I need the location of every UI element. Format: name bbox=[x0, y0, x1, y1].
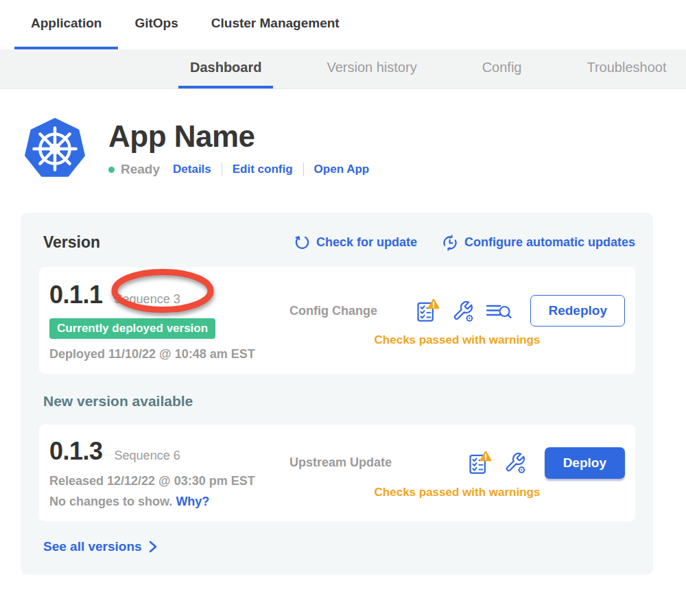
configure-automatic-updates-link[interactable]: Configure automatic updates bbox=[442, 235, 635, 251]
tab-config-label: Config bbox=[482, 60, 522, 75]
version-card: Version Check for update Configure autom… bbox=[21, 213, 653, 575]
available-version-sequence: Sequence 6 bbox=[115, 449, 180, 463]
tab-cluster-management[interactable]: Cluster Management bbox=[195, 0, 356, 49]
tab-gitops[interactable]: GitOps bbox=[118, 0, 194, 49]
separator bbox=[222, 163, 222, 176]
deploy-button[interactable]: Deploy bbox=[545, 447, 625, 479]
see-all-versions-label: See all versions bbox=[43, 539, 142, 554]
preflight-checks-status: Checks passed with warnings bbox=[289, 333, 625, 347]
config-wrench-icon[interactable] bbox=[451, 300, 474, 322]
tab-cluster-management-label: Cluster Management bbox=[211, 16, 340, 31]
tab-application-label: Application bbox=[31, 16, 102, 31]
refresh-icon bbox=[294, 235, 310, 250]
check-for-update-label: Check for update bbox=[316, 235, 417, 250]
tab-dashboard-label: Dashboard bbox=[190, 60, 261, 75]
tab-dashboard[interactable]: Dashboard bbox=[178, 49, 273, 88]
preflight-checks-status: Checks passed with warnings bbox=[289, 486, 625, 499]
edit-config-link[interactable]: Edit config bbox=[233, 163, 293, 176]
no-changes-text: No changes to show. bbox=[49, 495, 172, 508]
status-dot bbox=[108, 167, 115, 173]
tab-troubleshoot-label: Troubleshoot bbox=[587, 60, 666, 75]
version-card-title: Version bbox=[43, 233, 100, 252]
redeploy-button[interactable]: Redeploy bbox=[530, 295, 625, 327]
status-badge: Ready bbox=[121, 162, 160, 177]
details-link[interactable]: Details bbox=[173, 163, 211, 176]
release-notes-icon[interactable] bbox=[486, 300, 512, 321]
app-header: App Name Ready Details Edit config Open … bbox=[24, 118, 686, 180]
preflight-checks-icon[interactable] bbox=[415, 298, 440, 323]
separator bbox=[303, 163, 304, 176]
why-link[interactable]: Why? bbox=[176, 495, 209, 508]
preflight-checks-icon[interactable] bbox=[467, 451, 492, 475]
kubernetes-logo bbox=[24, 118, 86, 180]
released-timestamp: Released 12/12/22 @ 03:30 pm EST bbox=[49, 474, 289, 488]
configure-automatic-updates-label: Configure automatic updates bbox=[464, 235, 635, 250]
see-all-versions-link[interactable]: See all versions bbox=[43, 539, 635, 554]
check-for-update-link[interactable]: Check for update bbox=[294, 235, 417, 251]
top-nav: Application GitOps Cluster Management bbox=[0, 0, 686, 49]
config-wrench-icon[interactable] bbox=[504, 451, 526, 474]
chevron-right-icon bbox=[149, 541, 157, 553]
open-app-link[interactable]: Open App bbox=[314, 163, 370, 176]
tab-version-history[interactable]: Version history bbox=[315, 49, 428, 88]
current-version-row: 0.1.1 Sequence 3 Currently deployed vers… bbox=[39, 267, 635, 374]
page-title: App Name bbox=[108, 119, 369, 154]
version-type-label: Config Change bbox=[289, 304, 415, 318]
current-version-sequence: Sequence 3 bbox=[115, 292, 180, 307]
version-type-label: Upstream Update bbox=[289, 455, 467, 470]
available-version-row: 0.1.3 Sequence 6 Released 12/12/22 @ 03:… bbox=[39, 425, 635, 521]
tab-troubleshoot[interactable]: Troubleshoot bbox=[575, 49, 678, 88]
currently-deployed-badge: Currently deployed version bbox=[49, 318, 215, 339]
available-version-number: 0.1.3 bbox=[49, 437, 103, 466]
tab-gitops-label: GitOps bbox=[134, 16, 178, 31]
deployed-timestamp: Deployed 11/10/22 @ 10:48 am EST bbox=[49, 347, 289, 362]
sub-nav: Dashboard Version history Config Trouble… bbox=[0, 49, 686, 89]
clock-refresh-icon bbox=[442, 235, 458, 251]
tab-config[interactable]: Config bbox=[471, 49, 534, 88]
tab-application[interactable]: Application bbox=[14, 0, 118, 49]
tab-version-history-label: Version history bbox=[327, 60, 416, 75]
new-version-heading: New version available bbox=[43, 393, 635, 410]
current-version-number: 0.1.1 bbox=[49, 281, 103, 309]
